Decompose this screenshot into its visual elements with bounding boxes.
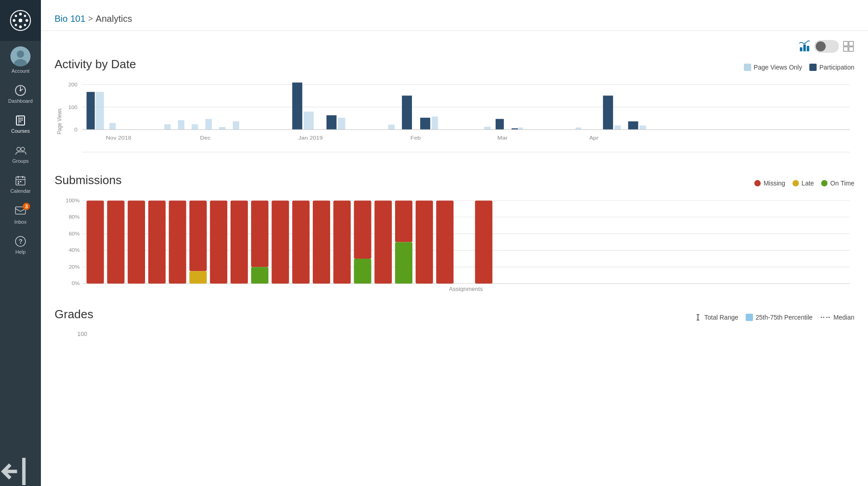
svg-rect-98 xyxy=(148,200,166,284)
page-views-color xyxy=(744,64,751,71)
activity-header: Activity by Date Page Views Only Partici… xyxy=(55,57,854,77)
svg-rect-102 xyxy=(210,200,227,284)
collapse-icon xyxy=(0,451,41,486)
legend-late: Late xyxy=(793,180,814,187)
svg-text:200: 200 xyxy=(68,82,77,87)
legend-on-time-label: On Time xyxy=(830,180,854,187)
sidebar-item-inbox[interactable]: 3 Inbox xyxy=(0,199,41,230)
help-icon: ? xyxy=(15,235,26,247)
svg-rect-73 xyxy=(614,125,621,130)
svg-rect-106 xyxy=(271,200,289,284)
svg-point-9 xyxy=(15,24,17,26)
svg-rect-101 xyxy=(190,271,207,283)
sidebar-item-dashboard[interactable]: Dashboard xyxy=(0,79,41,109)
missing-color xyxy=(754,180,761,186)
sidebar-item-help[interactable]: ? Help xyxy=(0,230,41,260)
svg-rect-99 xyxy=(169,200,186,284)
inbox-badge-container: 3 xyxy=(15,205,26,217)
svg-rect-100 xyxy=(190,200,207,271)
svg-point-8 xyxy=(24,15,26,17)
svg-rect-61 xyxy=(326,115,336,130)
breadcrumb-course-link[interactable]: Bio 101 xyxy=(55,14,85,24)
sidebar-item-label: Account xyxy=(11,68,30,74)
svg-rect-74 xyxy=(628,121,638,130)
grid-icon xyxy=(843,40,854,52)
late-color xyxy=(793,180,799,186)
sidebar-item-courses[interactable]: Courses xyxy=(0,109,41,139)
svg-rect-56 xyxy=(219,127,226,130)
svg-point-3 xyxy=(19,25,22,28)
svg-rect-105 xyxy=(251,267,268,284)
svg-rect-16 xyxy=(18,116,19,125)
svg-rect-96 xyxy=(107,200,125,284)
svg-rect-95 xyxy=(86,200,104,284)
range-icon xyxy=(694,314,702,321)
grades-y-start: 100 xyxy=(77,331,87,337)
legend-percentile: 25th-75th Percentile xyxy=(746,314,813,321)
legend-page-views: Page Views Only xyxy=(744,64,802,71)
sidebar-item-groups[interactable]: Groups xyxy=(0,139,41,169)
submissions-section: Submissions Missing Late On Time xyxy=(55,173,854,294)
activity-legend: Page Views Only Participation xyxy=(744,64,854,71)
sidebar-item-account[interactable]: Account xyxy=(0,41,41,79)
legend-participation-label: Participation xyxy=(819,64,854,71)
svg-text:Assignments: Assignments xyxy=(449,286,483,292)
grid-toggle[interactable] xyxy=(843,40,854,52)
svg-rect-117 xyxy=(475,200,492,284)
svg-rect-75 xyxy=(640,125,646,130)
activity-title: Activity by Date xyxy=(55,57,136,71)
svg-rect-15 xyxy=(16,116,25,125)
svg-rect-109 xyxy=(333,200,351,284)
svg-rect-26 xyxy=(18,181,19,182)
svg-rect-38 xyxy=(849,41,853,46)
svg-point-1 xyxy=(19,19,22,22)
svg-rect-59 xyxy=(292,83,302,130)
svg-text:60%: 60% xyxy=(69,231,80,236)
activity-chart-svg: 200 100 0 Page Views xyxy=(55,80,854,162)
grades-title: Grades xyxy=(55,307,93,321)
svg-point-21 xyxy=(21,147,25,151)
svg-point-7 xyxy=(24,24,26,26)
svg-rect-108 xyxy=(313,200,330,284)
sidebar-item-label: Groups xyxy=(12,158,29,164)
sidebar-collapse-button[interactable] xyxy=(0,461,41,481)
svg-text:40%: 40% xyxy=(69,248,80,253)
breadcrumb-current: Analytics xyxy=(95,14,132,24)
on-time-color xyxy=(821,180,828,186)
svg-text:Nov 2018: Nov 2018 xyxy=(106,135,131,141)
breadcrumb-separator: > xyxy=(88,14,93,24)
svg-text:Dec: Dec xyxy=(200,135,211,141)
svg-rect-36 xyxy=(807,46,809,51)
svg-point-5 xyxy=(25,19,28,22)
median-icon xyxy=(820,315,831,320)
svg-rect-68 xyxy=(496,119,504,130)
grades-header: Grades Total Range 25th-75th Percentile xyxy=(55,307,854,327)
courses-icon xyxy=(15,115,26,126)
svg-rect-34 xyxy=(800,47,802,51)
svg-rect-65 xyxy=(420,118,430,130)
view-mode-toggle[interactable] xyxy=(814,40,839,53)
svg-rect-62 xyxy=(338,118,345,130)
bar-chart-toggle[interactable] xyxy=(799,40,811,52)
legend-participation: Participation xyxy=(809,64,854,71)
svg-text:Jan 2019: Jan 2019 xyxy=(298,135,323,141)
svg-rect-27 xyxy=(20,181,21,182)
svg-point-4 xyxy=(13,19,15,22)
grades-y-label: 100 xyxy=(55,331,854,337)
svg-rect-28 xyxy=(18,183,19,184)
svg-rect-53 xyxy=(178,120,184,130)
app-logo[interactable] xyxy=(0,0,41,41)
svg-text:Feb: Feb xyxy=(411,135,421,141)
sidebar-item-label: Courses xyxy=(11,128,30,134)
svg-rect-97 xyxy=(128,200,145,284)
svg-text:?: ? xyxy=(19,238,23,245)
svg-rect-35 xyxy=(803,45,806,51)
sidebar-item-calendar[interactable]: Calendar xyxy=(0,169,41,199)
sidebar: Account Dashboard Courses Groups xyxy=(0,0,41,486)
breadcrumb: Bio 101 > Analytics xyxy=(55,14,132,24)
svg-rect-40 xyxy=(849,47,853,51)
sidebar-bottom xyxy=(0,461,41,486)
svg-rect-67 xyxy=(484,127,491,130)
svg-rect-114 xyxy=(395,242,412,283)
svg-rect-113 xyxy=(395,200,412,242)
